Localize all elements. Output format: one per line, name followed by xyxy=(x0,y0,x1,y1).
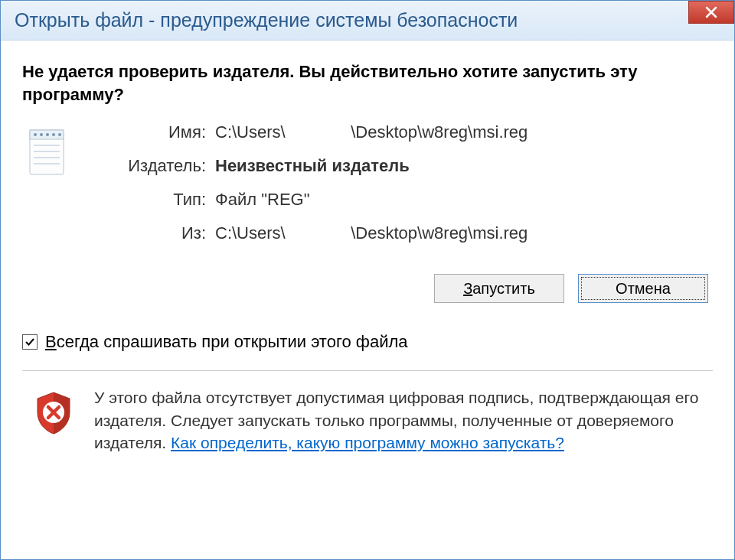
from-label: Из: xyxy=(91,223,206,243)
titlebar: Открыть файл - предупреждение системы бе… xyxy=(1,1,734,41)
button-row: Запустить Отмена xyxy=(22,274,713,303)
warning-message: Не удается проверить издателя. Вы действ… xyxy=(22,60,713,106)
publisher-label: Издатель: xyxy=(91,156,206,176)
svg-point-6 xyxy=(58,133,61,136)
run-label-rest: апустить xyxy=(472,280,535,297)
type-label: Тип: xyxy=(91,190,206,210)
close-icon xyxy=(704,5,718,19)
footer-text: У этого файла отсутствует допустимая циф… xyxy=(94,386,708,454)
footer-section: У этого файла отсутствует допустимая циф… xyxy=(22,371,713,454)
svg-point-5 xyxy=(52,133,55,136)
window-title: Открыть файл - предупреждение системы бе… xyxy=(15,9,724,31)
shield-warning-icon xyxy=(31,389,76,437)
run-button[interactable]: Запустить xyxy=(434,274,564,303)
checkmark-icon xyxy=(24,336,36,348)
file-details: Имя: C:\Users\ \Desktop\w8reg\msi.reg Из… xyxy=(91,122,713,243)
run-accelerator: З xyxy=(463,280,472,297)
dialog-content: Не удается проверить издателя. Вы действ… xyxy=(1,41,734,559)
cancel-button[interactable]: Отмена xyxy=(578,274,708,303)
file-icon-column xyxy=(22,122,91,182)
svg-point-3 xyxy=(40,133,43,136)
always-ask-checkbox[interactable] xyxy=(22,334,38,350)
help-link[interactable]: Как определить, какую программу можно за… xyxy=(171,434,564,451)
name-value: C:\Users\ \Desktop\w8reg\msi.reg xyxy=(215,122,713,142)
name-label: Имя: xyxy=(91,122,206,142)
close-button[interactable] xyxy=(688,1,734,24)
always-ask-rest: сегда спрашивать при открытии этого файл… xyxy=(57,332,408,351)
svg-point-4 xyxy=(46,133,49,136)
from-value: C:\Users\ \Desktop\w8reg\msi.reg xyxy=(215,223,713,243)
always-ask-label: Всегда спрашивать при открытии этого фай… xyxy=(45,332,408,352)
security-warning-dialog: Открыть файл - предупреждение системы бе… xyxy=(0,0,735,560)
always-ask-row: Всегда спрашивать при открытии этого фай… xyxy=(22,332,713,352)
type-value: Файл "REG" xyxy=(215,190,713,210)
publisher-value: Неизвестный издатель xyxy=(215,156,713,176)
details-section: Имя: C:\Users\ \Desktop\w8reg\msi.reg Из… xyxy=(22,122,713,243)
always-ask-accelerator: В xyxy=(45,332,57,351)
svg-point-2 xyxy=(34,133,37,136)
notepad-file-icon xyxy=(24,125,70,179)
shield-icon-column xyxy=(27,386,80,440)
